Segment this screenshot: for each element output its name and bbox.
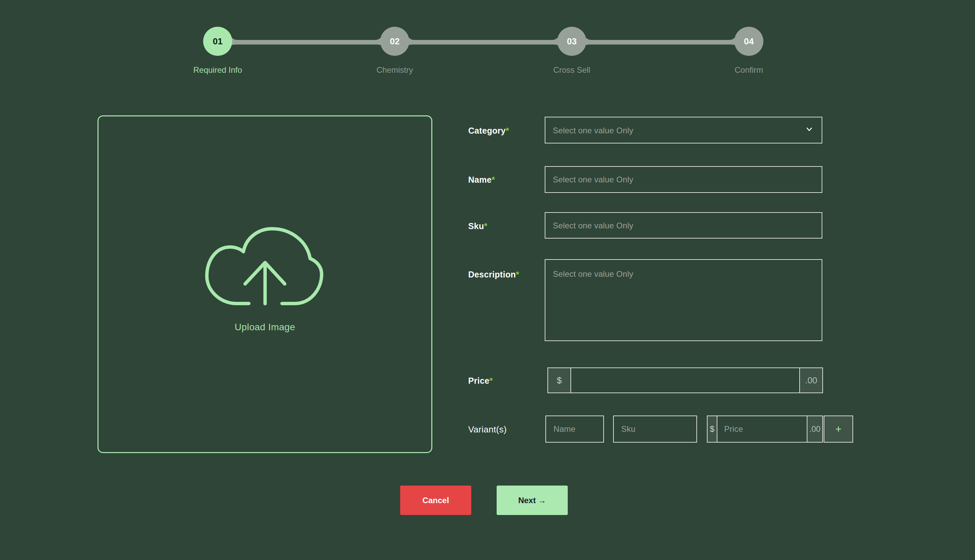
svg-text:Required Info: Required Info: [193, 65, 242, 75]
svg-text:02: 02: [390, 36, 400, 47]
svg-text:Chemistry: Chemistry: [376, 65, 413, 75]
svg-text:04: 04: [744, 36, 754, 47]
svg-text:01: 01: [213, 36, 223, 47]
svg-text:Confirm: Confirm: [735, 65, 763, 75]
svg-text:03: 03: [567, 36, 577, 47]
svg-text:Cross Sell: Cross Sell: [553, 65, 590, 75]
